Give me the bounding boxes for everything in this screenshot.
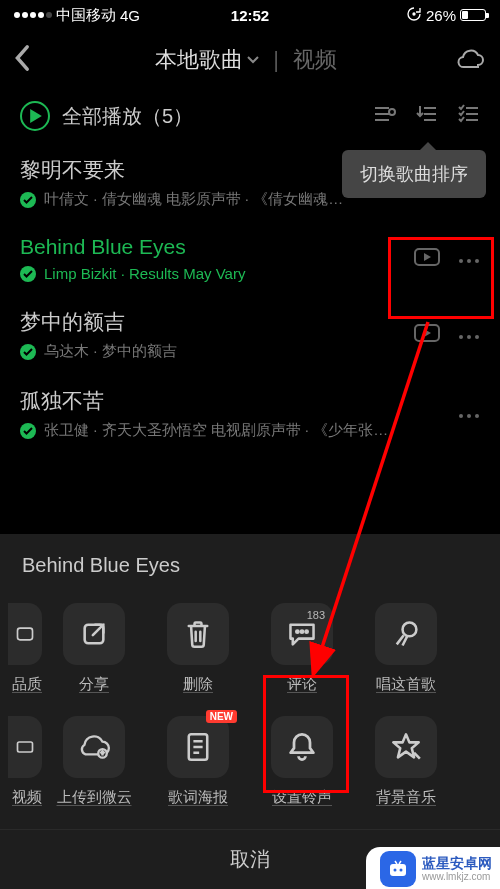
svg-point-15 (475, 414, 479, 418)
svg-point-7 (467, 259, 471, 263)
sort-button[interactable] (416, 103, 438, 130)
svg-point-10 (459, 335, 463, 339)
more-button[interactable] (458, 326, 480, 344)
multiselect-button[interactable] (458, 103, 480, 130)
action-sheet: Behind Blue Eyes 品质 分享 删除 183 评论 (0, 534, 500, 889)
cell-upload[interactable]: 上传到微云 (42, 716, 146, 807)
svg-point-28 (400, 869, 403, 872)
song-row[interactable]: Behind Blue Eyes Limp Bizkit · Results M… (20, 221, 480, 294)
watermark: 蓝星安卓网 www.lmkjz.com (366, 847, 500, 889)
svg-point-27 (394, 869, 397, 872)
mv-button[interactable] (414, 324, 440, 346)
svg-rect-26 (390, 864, 406, 876)
cloud-upload-icon (63, 716, 125, 778)
sheet-row-1[interactable]: 品质 分享 删除 183 评论 唱这首歌 (0, 595, 500, 708)
filter-button[interactable] (372, 103, 396, 130)
cell-ringtone[interactable]: 设置铃声 (250, 716, 354, 807)
new-badge: NEW (206, 710, 237, 723)
nav-bar: 本地歌曲 | 视频 (0, 30, 500, 90)
cell-lyric-poster[interactable]: NEW 歌词海报 (146, 716, 250, 807)
downloaded-icon (20, 266, 36, 282)
lyric-poster-icon: NEW (167, 716, 229, 778)
cell-video[interactable]: 视频 (0, 716, 42, 807)
play-all-row[interactable]: 全部播放 （5） (0, 90, 500, 142)
clock: 12:52 (171, 7, 328, 24)
svg-rect-16 (18, 628, 33, 640)
sort-tooltip: 切换歌曲排序 (342, 150, 486, 198)
svg-point-8 (475, 259, 479, 263)
svg-point-19 (301, 631, 303, 633)
play-all-count: （5） (142, 103, 193, 130)
cell-label: 分享 (79, 675, 109, 694)
cell-comment[interactable]: 183 评论 (250, 603, 354, 694)
cell-label: 歌词海报 (168, 788, 228, 807)
cell-share[interactable]: 分享 (42, 603, 146, 694)
signal-icon (14, 12, 52, 18)
svg-point-12 (475, 335, 479, 339)
carrier-label: 中国移动 (56, 6, 116, 25)
video-icon (8, 716, 42, 778)
comment-count: 183 (307, 609, 325, 621)
comment-icon: 183 (271, 603, 333, 665)
play-all-label: 全部播放 (62, 103, 142, 130)
song-title: 孤独不苦 (20, 387, 448, 415)
svg-point-21 (403, 622, 417, 636)
svg-point-14 (467, 414, 471, 418)
tab-local-songs[interactable]: 本地歌曲 (155, 45, 259, 75)
status-bar: 中国移动 4G 12:52 26% (0, 0, 500, 30)
more-button[interactable] (458, 405, 480, 423)
svg-point-18 (296, 631, 298, 633)
mv-button[interactable] (414, 248, 440, 270)
song-subtitle: Limp Bizkit · Results May Vary (44, 265, 245, 282)
song-subtitle: 叶倩文 · 倩女幽魂 电影原声带 · 《倩女幽魂… (44, 190, 343, 209)
cell-label: 设置铃声 (272, 788, 332, 807)
svg-point-1 (389, 109, 395, 115)
cell-bgm[interactable]: 背景音乐 (354, 716, 458, 807)
svg-point-11 (467, 335, 471, 339)
battery-icon (460, 9, 486, 21)
song-row[interactable]: 梦中的额吉 乌达木 · 梦中的额吉 (20, 294, 480, 373)
play-icon (20, 101, 50, 131)
sheet-row-2[interactable]: 视频 上传到微云 NEW 歌词海报 设置铃声 背景音乐 (0, 708, 500, 829)
watermark-name: 蓝星安卓网 (422, 856, 492, 871)
downloaded-icon (20, 423, 36, 439)
song-subtitle: 乌达木 · 梦中的额吉 (44, 342, 177, 361)
song-subtitle: 张卫健 · 齐天大圣孙悟空 电视剧原声带 · 《少年张… (44, 421, 388, 440)
downloaded-icon (20, 192, 36, 208)
song-row[interactable]: 孤独不苦 张卫健 · 齐天大圣孙悟空 电视剧原声带 · 《少年张… (20, 373, 480, 452)
cell-label: 上传到微云 (57, 788, 132, 807)
svg-point-6 (459, 259, 463, 263)
watermark-logo (380, 851, 416, 887)
svg-rect-22 (18, 742, 33, 752)
song-title: 梦中的额吉 (20, 308, 404, 336)
tab-local-songs-label: 本地歌曲 (155, 45, 243, 75)
cell-label: 评论 (287, 675, 317, 694)
back-button[interactable] (14, 44, 44, 76)
more-button[interactable] (458, 250, 480, 268)
cell-label: 唱这首歌 (376, 675, 436, 694)
svg-point-20 (305, 631, 307, 633)
svg-point-13 (459, 414, 463, 418)
cloud-button[interactable] (448, 47, 486, 73)
cell-label: 品质 (0, 675, 42, 694)
watermark-url: www.lmkjz.com (422, 871, 492, 882)
tab-video[interactable]: 视频 (293, 45, 337, 75)
cancel-label: 取消 (230, 846, 270, 873)
quality-icon (8, 603, 42, 665)
cell-sing[interactable]: 唱这首歌 (354, 603, 458, 694)
cell-label: 视频 (0, 788, 42, 807)
cell-label: 删除 (183, 675, 213, 694)
cell-label: 背景音乐 (376, 788, 436, 807)
cell-quality[interactable]: 品质 (0, 603, 42, 694)
song-title: Behind Blue Eyes (20, 235, 404, 259)
sheet-title: Behind Blue Eyes (0, 534, 500, 595)
cell-delete[interactable]: 删除 (146, 603, 250, 694)
battery-percent: 26% (426, 7, 456, 24)
tab-separator: | (273, 47, 279, 73)
bell-icon (271, 716, 333, 778)
downloaded-icon (20, 344, 36, 360)
trash-icon (167, 603, 229, 665)
svg-point-0 (413, 13, 415, 15)
share-icon (63, 603, 125, 665)
rotation-lock-icon (406, 6, 422, 25)
